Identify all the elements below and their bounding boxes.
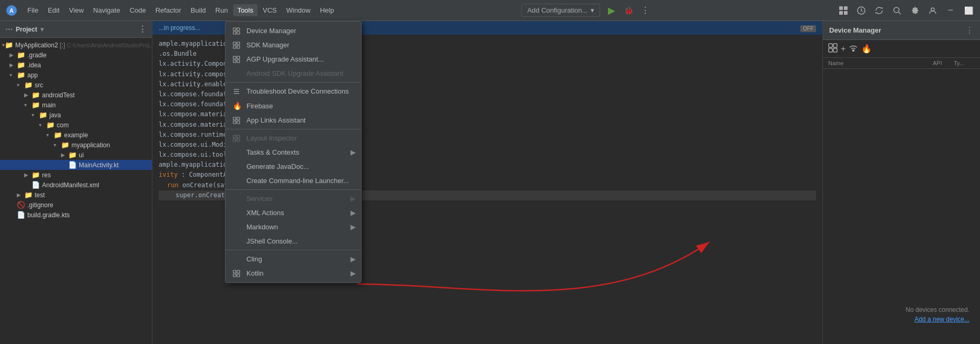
dd-item-firebase[interactable]: 🔥 Firebase <box>225 98 361 113</box>
tree-item-src[interactable]: ▾ 📁 src <box>0 80 152 90</box>
dd-item-markdown[interactable]: Markdown ▶ <box>225 220 361 234</box>
tree-item-ui[interactable]: ▶ 📁 ui <box>0 150 152 160</box>
device-manager-icon[interactable] <box>836 3 851 18</box>
tree-item-gradle[interactable]: ▶ 📁 .gradle <box>0 50 152 60</box>
tree-item-gitignore[interactable]: 🚫 .gitignore <box>0 200 152 210</box>
svg-rect-34 <box>233 135 236 138</box>
menu-run[interactable]: Run <box>211 4 232 16</box>
svg-rect-37 <box>237 139 240 141</box>
dd-label-cmdline-launcher: Create Command-line Launcher... <box>246 177 349 185</box>
menu-refactor[interactable]: Refactor <box>151 4 185 16</box>
device-toolbar-left: + 🔥 <box>828 43 872 54</box>
menu-file[interactable]: File <box>23 4 43 16</box>
sdk-manager-icon[interactable] <box>854 3 869 18</box>
tree-item-java[interactable]: ▾ 📁 java <box>0 110 152 120</box>
tree-item-build-gradle[interactable]: 📄 build.gradle.kts <box>0 210 152 220</box>
svg-point-7 <box>894 7 899 13</box>
svg-rect-13 <box>833 48 837 52</box>
tree-item-root[interactable]: ▾ 📁 MyApplication2 [:] C:\Users\Aria\And… <box>0 40 152 50</box>
dd-label-sdk-manager: SDK Manager <box>246 41 290 49</box>
svg-rect-23 <box>233 56 236 59</box>
menu-navigate[interactable]: Navigate <box>89 4 124 16</box>
settings-icon[interactable] <box>907 3 922 18</box>
dd-item-cmdline-launcher[interactable]: Create Command-line Launcher... <box>225 174 361 188</box>
maximize-icon[interactable]: ⬜ <box>961 3 976 18</box>
sync-icon[interactable] <box>872 3 886 18</box>
run-button[interactable]: ▶ <box>604 3 619 18</box>
tree-item-com[interactable]: ▾ 📁 com <box>0 120 152 130</box>
menu-bar: A File Edit View Navigate Code Refactor … <box>0 0 980 21</box>
project-title: Project <box>16 26 37 33</box>
tree-item-test[interactable]: ▶ 📁 test <box>0 190 152 200</box>
menu-vcs[interactable]: VCS <box>259 4 281 16</box>
no-devices-text: No devices connected. <box>906 306 969 313</box>
add-config-button[interactable]: Add Configuration... ▾ <box>521 4 600 17</box>
main-layout: ⋯ Project ▾ ⋮ ▾ 📁 MyApplication2 [:] C:\… <box>0 21 980 344</box>
menu-build[interactable]: Build <box>187 4 210 16</box>
dd-item-jshell[interactable]: JShell Console... <box>225 234 361 248</box>
device-more-icon[interactable]: ⋮ <box>965 25 974 35</box>
svg-rect-16 <box>237 28 240 31</box>
dd-label-app-links: App Links Assistant <box>246 116 306 124</box>
dd-item-cling[interactable]: Cling ▶ <box>225 252 361 266</box>
svg-rect-33 <box>237 121 240 124</box>
dd-label-agp-upgrade: AGP Upgrade Assistant... <box>246 55 324 63</box>
svg-rect-40 <box>233 274 236 277</box>
minimize-icon[interactable]: − <box>943 3 958 18</box>
dd-item-kotlin[interactable]: Kotlin ▶ <box>225 266 361 280</box>
menu-view[interactable]: View <box>65 4 88 16</box>
device-panel-title: Device Manager <box>829 26 881 34</box>
dd-separator-1 <box>225 82 361 83</box>
dd-item-tasks-contexts[interactable]: Tasks & Contexts ▶ <box>225 145 361 159</box>
dd-item-troubleshoot[interactable]: Troubleshoot Device Connections <box>225 84 361 98</box>
menu-tools[interactable]: Tools <box>233 4 257 16</box>
sidebar-more-icon[interactable]: ⋮ <box>138 24 147 34</box>
dd-label-layout-inspector: Layout Inspector <box>246 134 297 142</box>
dd-item-agp-upgrade[interactable]: AGP Upgrade Assistant... <box>225 52 361 66</box>
debug-button[interactable]: 🐞 <box>621 3 636 18</box>
tree-item-example[interactable]: ▾ 📁 example <box>0 130 152 140</box>
project-dropdown-icon[interactable]: ▾ <box>40 26 44 33</box>
device-manager-menu-icon <box>233 27 243 35</box>
device-empty-state: No devices connected. Add a new device..… <box>823 69 980 344</box>
tree-item-app[interactable]: ▾ 📁 app <box>0 70 152 80</box>
tools-dropdown-menu: Device Manager SDK Manager AGP Upgrade A… <box>225 21 362 283</box>
user-icon[interactable] <box>925 3 940 18</box>
svg-rect-20 <box>237 42 240 45</box>
tasks-contexts-arrow: ▶ <box>350 148 356 156</box>
dd-item-services: Services ▶ <box>225 191 361 206</box>
more-run-options[interactable]: ⋮ <box>638 3 653 18</box>
tree-item-androidtest[interactable]: ▶ 📁 androidTest <box>0 90 152 100</box>
menu-window[interactable]: Window <box>282 4 315 16</box>
sidebar-header-left: ⋯ Project ▾ <box>5 25 44 34</box>
sidebar-dots-icon[interactable]: ⋯ <box>5 25 13 34</box>
dd-item-device-manager[interactable]: Device Manager <box>225 24 361 38</box>
col-header-type: Ty... <box>954 60 975 66</box>
kotlin-arrow: ▶ <box>350 269 356 277</box>
dd-item-generate-javadoc[interactable]: Generate JavaDoc... <box>225 159 361 174</box>
search-icon[interactable] <box>890 3 904 18</box>
menu-help[interactable]: Help <box>316 4 338 16</box>
tree-item-res[interactable]: ▶ 📁 res <box>0 170 152 180</box>
fire-icon[interactable]: 🔥 <box>861 44 872 54</box>
add-device-icon[interactable]: + <box>841 44 845 54</box>
menu-edit[interactable]: Edit <box>44 4 64 16</box>
tree-item-myapplication[interactable]: ▾ 📁 myapplication <box>0 140 152 150</box>
device-panel-toolbar: + 🔥 <box>823 40 980 58</box>
tree-item-mainactivity[interactable]: 📄 MainActivity.kt <box>0 160 152 170</box>
app-icon: A <box>4 3 19 18</box>
dd-item-app-links[interactable]: App Links Assistant <box>225 113 361 127</box>
dd-item-sdk-manager[interactable]: SDK Manager <box>225 38 361 52</box>
tree-item-manifest[interactable]: 📄 AndroidManifest.xml <box>0 180 152 190</box>
svg-rect-5 <box>844 11 848 15</box>
chevron-down-icon: ▾ <box>591 6 594 14</box>
menu-bar-left: A File Edit View Navigate Code Refactor … <box>4 3 338 18</box>
add-new-device-link[interactable]: Add a new device... <box>914 316 969 323</box>
dd-item-xml-actions[interactable]: XML Actions ▶ <box>225 206 361 220</box>
tree-item-main[interactable]: ▾ 📁 main <box>0 100 152 110</box>
menu-code[interactable]: Code <box>126 4 150 16</box>
virtual-devices-icon[interactable] <box>828 43 838 54</box>
tree-item-idea[interactable]: ▶ 📁 .idea <box>0 60 152 70</box>
svg-rect-39 <box>237 270 240 273</box>
wifi-icon[interactable] <box>849 43 858 54</box>
